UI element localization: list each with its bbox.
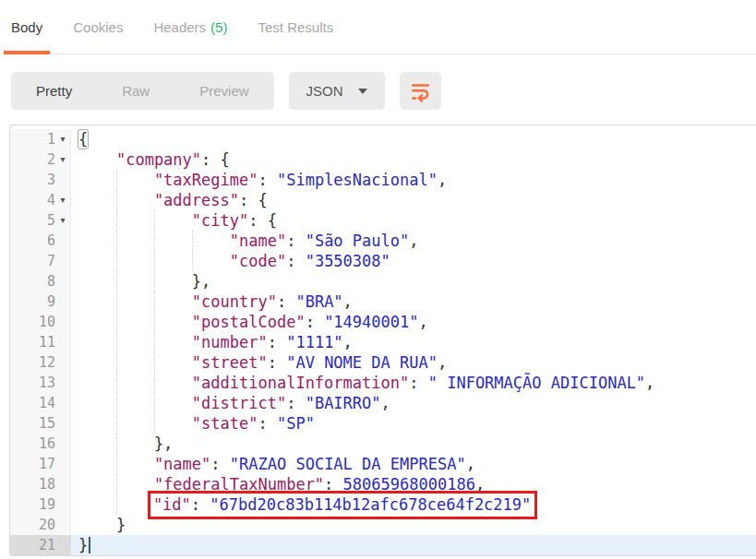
wrap-text-icon bbox=[409, 79, 432, 102]
line-number: 21 bbox=[20, 535, 55, 555]
view-mode-pretty[interactable]: Pretty bbox=[11, 83, 97, 99]
line-number: 5 bbox=[20, 210, 55, 231]
indent-guide bbox=[116, 231, 117, 251]
token-str: "BAIRRO" bbox=[306, 394, 381, 412]
code-line-text[interactable]: "street": "AV NOME DA RUA", bbox=[71, 352, 756, 373]
indent-guide bbox=[116, 271, 117, 291]
tab-test-results[interactable]: Test Results bbox=[250, 0, 341, 54]
token-pun: : bbox=[268, 353, 286, 372]
fold-caret-icon[interactable]: ▾ bbox=[55, 190, 70, 210]
indent-whitespace bbox=[78, 413, 192, 434]
token-pun: }, bbox=[192, 272, 210, 291]
indent-whitespace bbox=[78, 474, 154, 494]
indent-whitespace bbox=[78, 312, 192, 332]
fold-caret-icon[interactable]: ▾ bbox=[55, 210, 70, 231]
code-line: 9"country": "BRA", bbox=[10, 291, 756, 312]
token-pun: , bbox=[409, 232, 418, 250]
code-line-text[interactable]: "id": "67bd20c83b114b12afc678ce64f2c219" bbox=[71, 494, 756, 515]
token-pun: : bbox=[306, 313, 324, 331]
tab-label: Cookies bbox=[73, 19, 123, 35]
code-line: 17"name": "RAZAO SOCIAL DA EMPRESA", bbox=[10, 454, 756, 474]
language-dropdown-value: JSON bbox=[306, 83, 343, 99]
code-line-text[interactable]: "taxRegime": "SimplesNacional", bbox=[71, 170, 756, 190]
fold-caret-icon[interactable]: ▾ bbox=[55, 129, 70, 149]
code-line-text[interactable]: "company": { bbox=[71, 149, 756, 170]
view-mode-raw[interactable]: Raw bbox=[97, 83, 174, 99]
response-tab-bar: BodyCookiesHeaders(5)Test Results bbox=[0, 0, 756, 54]
code-line-text[interactable]: "city": { bbox=[71, 210, 756, 231]
token-pun: : bbox=[258, 171, 276, 189]
line-number: 7 bbox=[20, 251, 55, 271]
code-line-text[interactable]: "name": "RAZAO SOCIAL DA EMPRESA", bbox=[71, 454, 756, 474]
code-line-text[interactable]: "country": "BRA", bbox=[71, 291, 756, 312]
indent-whitespace bbox=[78, 434, 154, 454]
gutter-cell: 5▾ bbox=[10, 210, 71, 231]
tab-body[interactable]: Body bbox=[4, 0, 50, 54]
tab-cookies[interactable]: Cookies bbox=[66, 0, 130, 54]
wrap-text-button[interactable] bbox=[400, 72, 441, 110]
token-key: "name" bbox=[230, 232, 286, 250]
indent-guide bbox=[154, 312, 155, 332]
tab-label: Test Results bbox=[258, 19, 333, 35]
code-line-text[interactable]: "number": "1111", bbox=[71, 332, 756, 352]
tab-headers[interactable]: Headers(5) bbox=[146, 0, 234, 54]
code-line: 12"street": "AV NOME DA RUA", bbox=[10, 352, 756, 373]
token-key: "district" bbox=[192, 394, 286, 412]
gutter-cell: 14 bbox=[10, 393, 71, 413]
gutter-cell: 10 bbox=[10, 312, 71, 332]
indent-whitespace bbox=[78, 454, 154, 474]
token-pun: , bbox=[343, 292, 353, 311]
token-key: "state" bbox=[192, 414, 258, 433]
indent-whitespace bbox=[78, 515, 116, 535]
response-body-editor[interactable]: 1▾{2▾"company": {3"taxRegime": "SimplesN… bbox=[9, 125, 756, 556]
token-pun: , bbox=[418, 313, 427, 331]
code-line-text[interactable]: } bbox=[71, 515, 756, 535]
line-number: 14 bbox=[20, 393, 55, 413]
code-line: 3"taxRegime": "SimplesNacional", bbox=[10, 170, 756, 190]
indent-guide bbox=[116, 434, 117, 454]
code-line-text[interactable]: "additionalInformation": " INFORMAÇÃO AD… bbox=[71, 373, 756, 393]
code-line-text[interactable]: "district": "BAIRRO", bbox=[71, 393, 756, 413]
token-pun: : bbox=[277, 292, 295, 311]
code-line: 19"id": "67bd20c83b114b12afc678ce64f2c21… bbox=[10, 494, 756, 515]
token-key: "code" bbox=[230, 252, 286, 270]
gutter-cell: 12 bbox=[10, 352, 71, 373]
fold-caret-icon[interactable]: ▾ bbox=[55, 149, 70, 170]
line-number: 16 bbox=[20, 434, 55, 454]
gutter-cell: 17 bbox=[10, 454, 71, 474]
indent-guide bbox=[116, 474, 117, 494]
view-mode-preview[interactable]: Preview bbox=[174, 83, 273, 99]
indent-guide bbox=[154, 210, 155, 231]
token-pun: , bbox=[438, 171, 447, 189]
token-key: "address" bbox=[154, 191, 239, 209]
line-number: 11 bbox=[20, 332, 55, 352]
response-view-toolbar: PrettyRawPreview JSON bbox=[11, 72, 756, 110]
code-line-text[interactable]: { bbox=[71, 129, 756, 149]
code-line-text[interactable]: "name": "São Paulo", bbox=[71, 231, 756, 251]
token-key: "postalCode" bbox=[192, 313, 306, 331]
gutter-cell: 11 bbox=[10, 332, 71, 352]
language-dropdown[interactable]: JSON bbox=[289, 72, 385, 110]
code-line-text[interactable]: }, bbox=[71, 271, 756, 291]
code-line-text[interactable]: }, bbox=[71, 434, 756, 454]
indent-guide bbox=[116, 454, 117, 474]
token-pun: : { bbox=[201, 150, 230, 169]
code-line-text[interactable]: "address": { bbox=[71, 190, 756, 210]
line-number: 2 bbox=[20, 149, 55, 170]
indent-whitespace bbox=[78, 170, 154, 190]
token-pun: : bbox=[286, 252, 305, 270]
line-number: 18 bbox=[20, 474, 55, 494]
token-key: "additionalInformation" bbox=[192, 374, 409, 392]
code-line-text[interactable]: "state": "SP" bbox=[71, 413, 756, 434]
indent-guide bbox=[116, 170, 117, 190]
token-str: "São Paulo" bbox=[306, 232, 410, 250]
indent-guide bbox=[192, 251, 193, 271]
code-line-text[interactable]: "postalCode": "14940001", bbox=[71, 312, 756, 332]
token-pun: } bbox=[116, 516, 126, 534]
code-line-text[interactable]: "code": "3550308" bbox=[71, 251, 756, 271]
code-line-text[interactable]: } bbox=[71, 535, 756, 555]
token-str: "BRA" bbox=[295, 292, 342, 311]
indent-whitespace bbox=[78, 251, 230, 271]
code-line: 11"number": "1111", bbox=[10, 332, 756, 352]
gutter-cell: 19 bbox=[10, 494, 71, 515]
